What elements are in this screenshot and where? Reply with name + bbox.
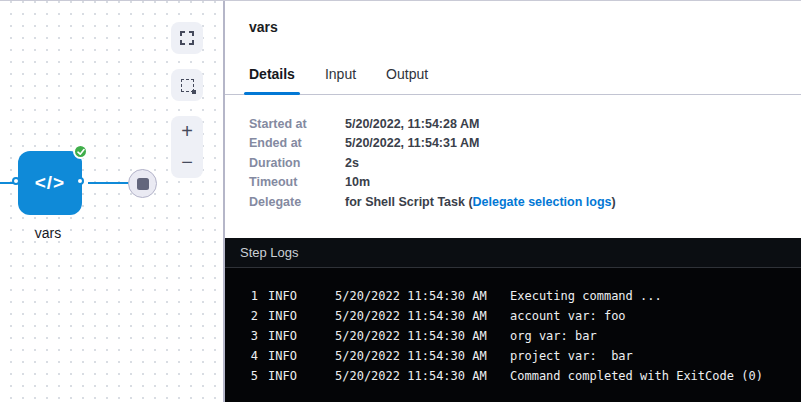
tab-details[interactable]: Details: [244, 66, 300, 94]
log-message: Executing command ...: [510, 289, 662, 303]
log-message: account var: foo: [510, 309, 626, 323]
detail-label: Ended at: [249, 136, 345, 150]
log-level: INFO: [268, 349, 297, 363]
success-check-badge: [73, 144, 88, 159]
log-line: 5INFO5/20/2022 11:54:30 AMCommand comple…: [225, 366, 801, 386]
log-timestamp: 5/20/2022 11:54:30 AM: [335, 329, 487, 343]
log-level: INFO: [268, 369, 297, 383]
tab-input[interactable]: Input: [320, 66, 361, 94]
log-line-number: 2: [239, 309, 258, 323]
log-line: 1INFO5/20/2022 11:54:30 AMExecuting comm…: [225, 286, 801, 306]
detail-value: for Shell Script Task (Delegate selectio…: [345, 195, 616, 209]
detail-row: Delegatefor Shell Script Task (Delegate …: [249, 192, 801, 212]
log-message: org var: bar: [510, 329, 597, 343]
step-logs-console[interactable]: Step Logs 1INFO5/20/2022 11:54:30 AMExec…: [225, 238, 801, 402]
log-line-number: 1: [239, 289, 258, 303]
detail-label: Delegate: [249, 195, 345, 209]
log-lines: 1INFO5/20/2022 11:54:30 AMExecuting comm…: [225, 268, 801, 386]
detail-row: Started at5/20/2022, 11:54:28 AM: [249, 114, 801, 134]
log-level: INFO: [268, 329, 297, 343]
detail-value: 2s: [345, 156, 359, 170]
log-line-number: 5: [239, 369, 258, 383]
log-line: 3INFO5/20/2022 11:54:30 AMorg var: bar: [225, 326, 801, 346]
fullscreen-icon: [180, 31, 194, 45]
node-port-right: [76, 177, 84, 185]
tab-output[interactable]: Output: [381, 66, 433, 94]
log-line-number: 3: [239, 329, 258, 343]
check-icon: [77, 148, 85, 156]
log-timestamp: 5/20/2022 11:54:30 AM: [335, 309, 487, 323]
step-details-panel: vars Details Input Output Started at5/20…: [224, 1, 801, 402]
fullscreen-button[interactable]: [171, 22, 203, 54]
zoom-in-button[interactable]: +: [171, 116, 203, 147]
edge-outgoing: [88, 182, 129, 184]
detail-label: Started at: [249, 117, 345, 131]
delegate-selection-logs-link[interactable]: Delegate selection logs: [473, 195, 612, 209]
zoom-out-button[interactable]: −: [171, 147, 203, 178]
detail-value: 10m: [345, 175, 370, 189]
marquee-select-button[interactable]: [171, 69, 203, 101]
node-label: vars: [10, 225, 86, 241]
marquee-select-icon: [181, 79, 194, 92]
shell-script-code-icon: </>: [35, 172, 65, 194]
detail-row: Timeout10m: [249, 173, 801, 193]
tab-bar: Details Input Output: [225, 66, 801, 95]
log-line: 4INFO5/20/2022 11:54:30 AMproject var: b…: [225, 346, 801, 366]
panel-title: vars: [225, 1, 801, 35]
detail-label: Timeout: [249, 175, 345, 189]
node-port-left: [12, 177, 20, 185]
log-timestamp: 5/20/2022 11:54:30 AM: [335, 289, 487, 303]
log-timestamp: 5/20/2022 11:54:30 AM: [335, 369, 487, 383]
detail-value: 5/20/2022, 11:54:31 AM: [345, 136, 479, 150]
step-node-vars[interactable]: </>: [18, 151, 82, 215]
detail-row: Ended at5/20/2022, 11:54:31 AM: [249, 134, 801, 154]
log-line: 2INFO5/20/2022 11:54:30 AMaccount var: f…: [225, 306, 801, 326]
log-timestamp: 5/20/2022 11:54:30 AM: [335, 349, 487, 363]
details-list: Started at5/20/2022, 11:54:28 AMEnded at…: [225, 95, 801, 212]
log-level: INFO: [268, 289, 297, 303]
detail-value: 5/20/2022, 11:54:28 AM: [345, 117, 479, 131]
execution-view: </> vars + −: [0, 0, 801, 402]
detail-row: Duration2s: [249, 153, 801, 173]
log-message: Command completed with ExitCode (0): [510, 369, 763, 383]
end-node[interactable]: [128, 169, 157, 198]
pipeline-canvas[interactable]: </> vars + −: [0, 1, 224, 402]
stop-icon: [137, 178, 149, 190]
zoom-control: + −: [171, 116, 203, 178]
log-line-number: 4: [239, 349, 258, 363]
log-level: INFO: [268, 309, 297, 323]
step-logs-header: Step Logs: [225, 238, 801, 268]
detail-label: Duration: [249, 156, 345, 170]
log-message: project var: bar: [510, 349, 633, 363]
